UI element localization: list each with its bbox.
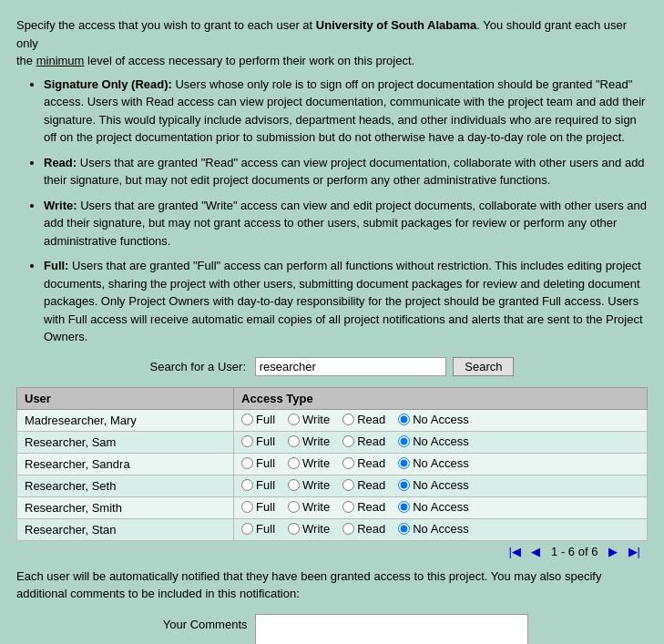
- full-option[interactable]: Full: [241, 478, 275, 492]
- search-input[interactable]: [255, 357, 446, 376]
- noaccess-option[interactable]: No Access: [398, 500, 468, 514]
- bullet-read-label: Read:: [44, 156, 77, 169]
- write-option[interactable]: Write: [288, 413, 330, 426]
- full-radio[interactable]: [241, 501, 253, 513]
- noaccess-radio[interactable]: [398, 457, 410, 469]
- search-row: Search for a User: Search: [16, 357, 648, 376]
- write-radio[interactable]: [288, 479, 300, 491]
- noaccess-radio[interactable]: [398, 435, 410, 447]
- table-body: Madresearcher, Mary Full Write Read No A…: [17, 409, 648, 540]
- prev-page-icon[interactable]: ◀: [531, 545, 540, 558]
- table-row: Researcher, Smith Full Write Read No Acc…: [17, 496, 648, 518]
- bullet-write: Write: Users that are granted "Write" ac…: [44, 197, 648, 250]
- pagination: |◀ ◀ 1 - 6 of 6 ▶ ▶|: [16, 545, 648, 558]
- search-label: Search for a User:: [150, 360, 247, 373]
- col-access: Access Type: [234, 387, 648, 409]
- table-row: Researcher, Seth Full Write Read No Acce…: [17, 475, 648, 496]
- noaccess-radio[interactable]: [398, 501, 410, 513]
- full-radio[interactable]: [241, 523, 253, 535]
- noaccess-radio[interactable]: [398, 479, 410, 491]
- full-radio[interactable]: [241, 479, 253, 491]
- noaccess-option[interactable]: No Access: [398, 478, 468, 492]
- table-row: Researcher, Sandra Full Write Read No Ac…: [17, 453, 648, 475]
- header-row: User Access Type: [17, 387, 648, 409]
- user-name: Madresearcher, Mary: [17, 409, 234, 431]
- read-radio[interactable]: [342, 523, 354, 535]
- full-option[interactable]: Full: [241, 413, 275, 426]
- read-radio[interactable]: [342, 457, 354, 469]
- comments-textarea[interactable]: [255, 614, 528, 645]
- access-type-cell: Full Write Read No Access: [234, 518, 648, 540]
- intro-paragraph: Specify the access that you wish to gran…: [16, 16, 648, 70]
- noaccess-option[interactable]: No Access: [398, 522, 468, 536]
- write-radio[interactable]: [288, 457, 300, 469]
- next-page-icon[interactable]: ▶: [608, 545, 618, 558]
- minimum-text: minimum: [36, 54, 85, 67]
- full-option[interactable]: Full: [241, 522, 275, 536]
- access-type-cell: Full Write Read No Access: [234, 409, 648, 431]
- full-radio[interactable]: [241, 457, 253, 469]
- write-radio[interactable]: [288, 523, 300, 535]
- user-name: Researcher, Sam: [17, 431, 234, 453]
- read-option[interactable]: Read: [342, 456, 385, 470]
- bullet-full: Full: Users that are granted "Full" acce…: [44, 257, 648, 346]
- read-radio[interactable]: [342, 501, 354, 513]
- radio-group: Full Write Read No Access: [241, 522, 469, 536]
- read-option[interactable]: Read: [342, 522, 385, 536]
- full-option[interactable]: Full: [241, 434, 275, 448]
- radio-group: Full Write Read No Access: [241, 413, 469, 426]
- full-option[interactable]: Full: [241, 456, 275, 470]
- write-radio[interactable]: [288, 435, 300, 447]
- comments-label: Your Comments: [137, 614, 255, 631]
- write-radio[interactable]: [288, 414, 300, 425]
- user-name: Researcher, Seth: [17, 475, 234, 496]
- write-option[interactable]: Write: [288, 434, 330, 448]
- pagination-text: 1 - 6 of 6: [551, 545, 598, 558]
- access-type-cell: Full Write Read No Access: [234, 496, 648, 518]
- user-name: Researcher, Sandra: [17, 453, 234, 475]
- university-name: University of South Alabama: [316, 18, 477, 32]
- last-page-icon[interactable]: ▶|: [628, 545, 640, 558]
- radio-group: Full Write Read No Access: [241, 456, 469, 470]
- table-row: Researcher, Stan Full Write Read No Acce…: [17, 518, 648, 540]
- radio-group: Full Write Read No Access: [241, 500, 469, 514]
- radio-group: Full Write Read No Access: [241, 434, 469, 448]
- access-type-cell: Full Write Read No Access: [234, 475, 648, 496]
- write-option[interactable]: Write: [288, 478, 330, 492]
- noaccess-option[interactable]: No Access: [398, 456, 468, 470]
- noaccess-radio[interactable]: [398, 414, 410, 425]
- table-header: User Access Type: [17, 387, 648, 409]
- full-option[interactable]: Full: [241, 500, 275, 514]
- noaccess-radio[interactable]: [398, 523, 410, 535]
- bullet-signature-label: Signature Only (Read):: [44, 77, 172, 91]
- first-page-icon[interactable]: |◀: [508, 545, 520, 558]
- user-name: Researcher, Smith: [17, 496, 234, 518]
- bullet-full-label: Full:: [44, 259, 68, 272]
- write-option[interactable]: Write: [288, 522, 330, 536]
- user-table: User Access Type Madresearcher, Mary Ful…: [16, 387, 648, 541]
- write-option[interactable]: Write: [288, 456, 330, 470]
- read-radio[interactable]: [342, 479, 354, 491]
- bullet-write-label: Write:: [44, 199, 77, 212]
- radio-group: Full Write Read No Access: [241, 478, 469, 492]
- full-radio[interactable]: [241, 414, 253, 425]
- write-radio[interactable]: [288, 501, 300, 513]
- read-option[interactable]: Read: [342, 434, 385, 448]
- search-button[interactable]: Search: [453, 357, 514, 376]
- read-option[interactable]: Read: [342, 413, 385, 426]
- read-radio[interactable]: [342, 435, 354, 447]
- read-option[interactable]: Read: [342, 500, 385, 514]
- table-row: Madresearcher, Mary Full Write Read No A…: [17, 409, 648, 431]
- full-radio[interactable]: [241, 435, 253, 447]
- read-option[interactable]: Read: [342, 478, 385, 492]
- intro-text: Specify the access that you wish to gran…: [16, 16, 648, 346]
- bullet-list: Signature Only (Read): Users whose only …: [44, 76, 648, 346]
- col-user: User: [17, 387, 234, 409]
- notify-text: Each user will be automatically notified…: [16, 567, 648, 603]
- noaccess-option[interactable]: No Access: [398, 413, 468, 426]
- user-name: Researcher, Stan: [17, 518, 234, 540]
- read-radio[interactable]: [342, 414, 354, 425]
- noaccess-option[interactable]: No Access: [398, 434, 468, 448]
- write-option[interactable]: Write: [288, 500, 330, 514]
- main-container: Specify the access that you wish to gran…: [9, 9, 655, 644]
